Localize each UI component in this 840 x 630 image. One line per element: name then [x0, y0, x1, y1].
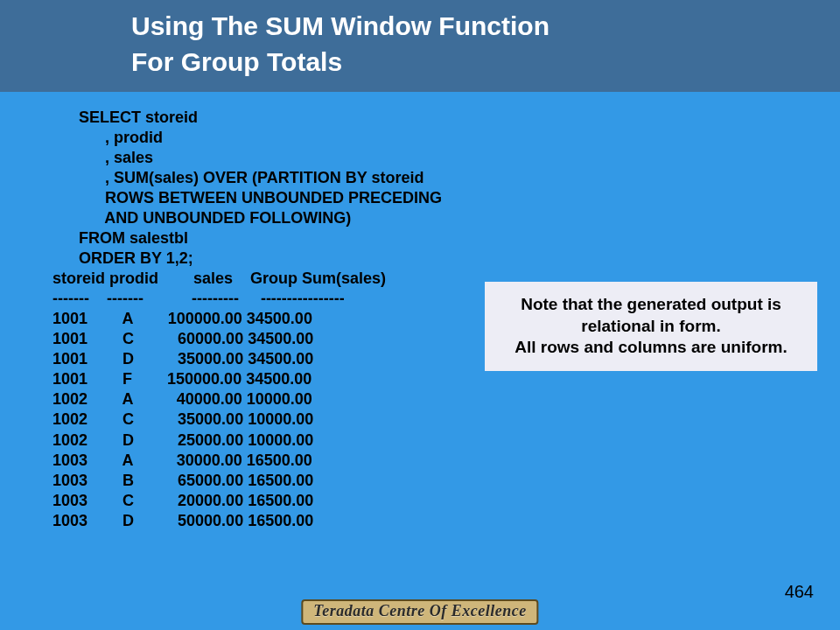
title-line-1: Using The SUM Window Function: [131, 9, 840, 45]
output-separator: ------- ------- --------- --------------…: [52, 290, 345, 307]
table-row: 1003 C 20000.00 16500.00: [52, 492, 313, 509]
title-line-2: For Group Totals: [131, 45, 840, 80]
table-row: 1001 D 35000.00 34500.00: [52, 350, 313, 368]
table-row: 1003 D 50000.00 16500.00: [52, 512, 313, 529]
table-row: 1002 D 25000.00 10000.00: [52, 431, 313, 449]
note-line-2: All rows and columns are uniform.: [494, 337, 808, 359]
sql-line: , prodid: [52, 129, 163, 146]
table-row: 1002 C 35000.00 10000.00: [52, 410, 313, 428]
sql-line: AND UNBOUNDED FOLLOWING): [52, 209, 351, 227]
footer-badge: Teradata Centre Of Excellence: [301, 599, 538, 625]
slide-title: Using The SUM Window Function For Group …: [0, 0, 840, 92]
sql-line: FROM salestbl: [52, 229, 188, 247]
sql-line: ORDER BY 1,2;: [52, 249, 193, 267]
table-row: 1001 C 60000.00 34500.00: [52, 330, 313, 347]
note-line-1: Note that the generated output is relati…: [494, 294, 808, 337]
sql-line: SELECT storeid: [52, 108, 198, 126]
table-row: 1001 F 150000.00 34500.00: [52, 370, 312, 388]
table-row: 1003 A 30000.00 16500.00: [52, 452, 312, 469]
output-header: storeid prodid sales Group Sum(sales): [52, 270, 386, 287]
sql-line: ROWS BETWEEN UNBOUNDED PRECEDING: [52, 189, 442, 206]
table-row: 1003 B 65000.00 16500.00: [52, 472, 313, 489]
page-number: 464: [785, 582, 814, 602]
table-row: 1001 A 100000.00 34500.00: [52, 310, 312, 327]
sql-line: , sales: [52, 149, 153, 166]
table-row: 1002 A 40000.00 10000.00: [52, 390, 312, 408]
sql-line: , SUM(sales) OVER (PARTITION BY storeid: [52, 169, 424, 186]
note-callout: Note that the generated output is relati…: [485, 282, 817, 371]
